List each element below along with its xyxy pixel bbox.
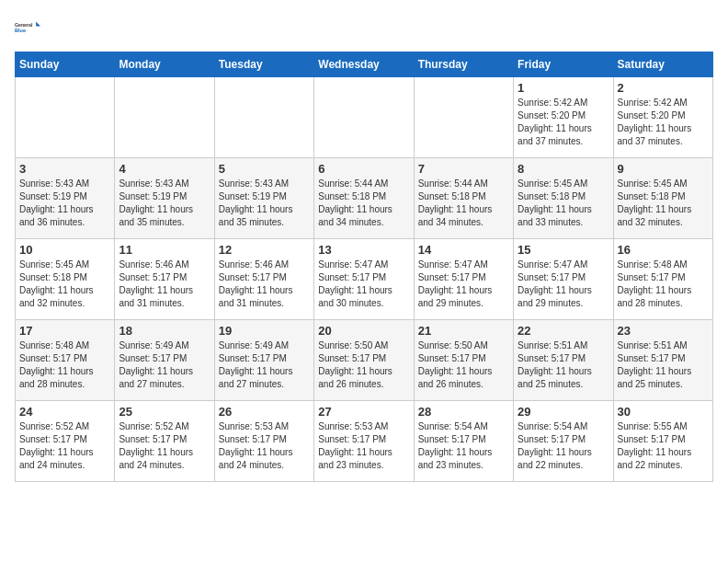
day-info: Sunrise: 5:47 AMSunset: 5:17 PMDaylight:…: [518, 259, 609, 310]
day-info: Sunrise: 5:50 AMSunset: 5:17 PMDaylight:…: [418, 339, 509, 391]
day-info: Sunrise: 5:43 AMSunset: 5:19 PMDaylight:…: [219, 178, 310, 229]
day-info: Sunrise: 5:48 AMSunset: 5:17 PMDaylight:…: [19, 339, 110, 391]
day-number: 21: [418, 324, 509, 338]
day-number: 18: [119, 324, 210, 338]
calendar-cell: 20Sunrise: 5:50 AMSunset: 5:17 PMDayligh…: [314, 320, 414, 401]
calendar-cell: 23Sunrise: 5:51 AMSunset: 5:17 PMDayligh…: [613, 320, 712, 401]
day-number: 12: [219, 243, 310, 257]
calendar-cell: 30Sunrise: 5:55 AMSunset: 5:17 PMDayligh…: [613, 401, 712, 482]
calendar-cell: 28Sunrise: 5:54 AMSunset: 5:17 PMDayligh…: [414, 401, 513, 482]
day-info: Sunrise: 5:45 AMSunset: 5:18 PMDaylight:…: [618, 178, 709, 229]
day-info: Sunrise: 5:53 AMSunset: 5:17 PMDaylight:…: [219, 420, 310, 472]
page-header: General Blue: [15, 15, 713, 40]
svg-marker-2: [36, 22, 40, 27]
calendar-cell: [414, 77, 513, 158]
day-number: 10: [19, 243, 110, 257]
day-info: Sunrise: 5:49 AMSunset: 5:17 PMDaylight:…: [219, 339, 310, 391]
day-number: 2: [618, 81, 709, 95]
day-number: 16: [618, 243, 709, 257]
day-info: Sunrise: 5:55 AMSunset: 5:17 PMDaylight:…: [618, 420, 709, 472]
weekday-header-tuesday: Tuesday: [214, 52, 313, 77]
weekday-header-sunday: Sunday: [16, 52, 115, 77]
day-number: 28: [418, 405, 509, 419]
day-number: 27: [318, 405, 409, 419]
day-number: 24: [19, 405, 110, 419]
calendar-cell: 16Sunrise: 5:48 AMSunset: 5:17 PMDayligh…: [613, 239, 712, 320]
day-number: 8: [518, 162, 609, 176]
day-info: Sunrise: 5:50 AMSunset: 5:17 PMDaylight:…: [318, 339, 409, 391]
day-info: Sunrise: 5:53 AMSunset: 5:17 PMDaylight:…: [318, 420, 409, 472]
day-number: 20: [318, 324, 409, 338]
calendar-cell: 24Sunrise: 5:52 AMSunset: 5:17 PMDayligh…: [16, 401, 115, 482]
day-info: Sunrise: 5:46 AMSunset: 5:17 PMDaylight:…: [219, 259, 310, 310]
day-number: 13: [318, 243, 409, 257]
calendar-cell: 9Sunrise: 5:45 AMSunset: 5:18 PMDaylight…: [613, 158, 712, 239]
calendar-cell: 3Sunrise: 5:43 AMSunset: 5:19 PMDaylight…: [16, 158, 115, 239]
calendar-cell: 27Sunrise: 5:53 AMSunset: 5:17 PMDayligh…: [314, 401, 414, 482]
calendar-cell: [314, 77, 414, 158]
calendar-cell: 4Sunrise: 5:43 AMSunset: 5:19 PMDaylight…: [115, 158, 214, 239]
day-info: Sunrise: 5:54 AMSunset: 5:17 PMDaylight:…: [518, 420, 609, 472]
day-info: Sunrise: 5:45 AMSunset: 5:18 PMDaylight:…: [19, 259, 110, 310]
day-number: 3: [19, 162, 110, 176]
weekday-header-thursday: Thursday: [414, 52, 513, 77]
day-number: 14: [418, 243, 509, 257]
day-info: Sunrise: 5:51 AMSunset: 5:17 PMDaylight:…: [618, 339, 709, 391]
logo: General Blue: [15, 15, 40, 40]
day-number: 7: [418, 162, 509, 176]
svg-text:Blue: Blue: [15, 28, 26, 33]
day-number: 25: [119, 405, 210, 419]
weekday-header-monday: Monday: [115, 52, 214, 77]
day-info: Sunrise: 5:52 AMSunset: 5:17 PMDaylight:…: [19, 420, 110, 472]
calendar-cell: 2Sunrise: 5:42 AMSunset: 5:20 PMDaylight…: [613, 77, 712, 158]
week-row: 17Sunrise: 5:48 AMSunset: 5:17 PMDayligh…: [16, 320, 713, 401]
day-info: Sunrise: 5:44 AMSunset: 5:18 PMDaylight:…: [318, 178, 409, 229]
calendar-cell: 26Sunrise: 5:53 AMSunset: 5:17 PMDayligh…: [214, 401, 313, 482]
day-info: Sunrise: 5:52 AMSunset: 5:17 PMDaylight:…: [119, 420, 210, 472]
calendar-cell: 1Sunrise: 5:42 AMSunset: 5:20 PMDaylight…: [514, 77, 613, 158]
day-info: Sunrise: 5:43 AMSunset: 5:19 PMDaylight:…: [119, 178, 210, 229]
week-row: 3Sunrise: 5:43 AMSunset: 5:19 PMDaylight…: [16, 158, 713, 239]
week-row: 10Sunrise: 5:45 AMSunset: 5:18 PMDayligh…: [16, 239, 713, 320]
day-number: 26: [219, 405, 310, 419]
calendar-cell: 13Sunrise: 5:47 AMSunset: 5:17 PMDayligh…: [314, 239, 414, 320]
day-info: Sunrise: 5:45 AMSunset: 5:18 PMDaylight:…: [518, 178, 609, 229]
calendar-cell: 15Sunrise: 5:47 AMSunset: 5:17 PMDayligh…: [514, 239, 613, 320]
calendar-cell: 8Sunrise: 5:45 AMSunset: 5:18 PMDaylight…: [514, 158, 613, 239]
day-number: 15: [518, 243, 609, 257]
calendar-cell: 6Sunrise: 5:44 AMSunset: 5:18 PMDaylight…: [314, 158, 414, 239]
day-number: 19: [219, 324, 310, 338]
week-row: 24Sunrise: 5:52 AMSunset: 5:17 PMDayligh…: [16, 401, 713, 482]
day-info: Sunrise: 5:46 AMSunset: 5:17 PMDaylight:…: [119, 259, 210, 310]
day-number: 30: [618, 405, 709, 419]
calendar-cell: 10Sunrise: 5:45 AMSunset: 5:18 PMDayligh…: [16, 239, 115, 320]
weekday-header-friday: Friday: [514, 52, 613, 77]
week-row: 1Sunrise: 5:42 AMSunset: 5:20 PMDaylight…: [16, 77, 713, 158]
weekday-header-saturday: Saturday: [613, 52, 712, 77]
svg-text:General: General: [15, 22, 33, 28]
logo-icon: General Blue: [15, 15, 40, 40]
day-number: 29: [518, 405, 609, 419]
calendar-cell: 18Sunrise: 5:49 AMSunset: 5:17 PMDayligh…: [115, 320, 214, 401]
calendar-cell: 11Sunrise: 5:46 AMSunset: 5:17 PMDayligh…: [115, 239, 214, 320]
calendar-cell: 21Sunrise: 5:50 AMSunset: 5:17 PMDayligh…: [414, 320, 513, 401]
calendar-cell: 7Sunrise: 5:44 AMSunset: 5:18 PMDaylight…: [414, 158, 513, 239]
calendar-cell: 17Sunrise: 5:48 AMSunset: 5:17 PMDayligh…: [16, 320, 115, 401]
calendar-cell: [214, 77, 313, 158]
day-number: 17: [19, 324, 110, 338]
day-number: 22: [518, 324, 609, 338]
day-number: 9: [618, 162, 709, 176]
day-info: Sunrise: 5:47 AMSunset: 5:17 PMDaylight:…: [418, 259, 509, 310]
calendar-cell: [115, 77, 214, 158]
day-info: Sunrise: 5:44 AMSunset: 5:18 PMDaylight:…: [418, 178, 509, 229]
day-info: Sunrise: 5:42 AMSunset: 5:20 PMDaylight:…: [518, 97, 609, 148]
day-number: 5: [219, 162, 310, 176]
calendar-cell: 19Sunrise: 5:49 AMSunset: 5:17 PMDayligh…: [214, 320, 313, 401]
day-number: 11: [119, 243, 210, 257]
day-info: Sunrise: 5:43 AMSunset: 5:19 PMDaylight:…: [19, 178, 110, 229]
day-info: Sunrise: 5:51 AMSunset: 5:17 PMDaylight:…: [518, 339, 609, 391]
calendar-table: SundayMondayTuesdayWednesdayThursdayFrid…: [15, 52, 713, 482]
calendar-cell: 29Sunrise: 5:54 AMSunset: 5:17 PMDayligh…: [514, 401, 613, 482]
day-number: 4: [119, 162, 210, 176]
calendar-cell: 22Sunrise: 5:51 AMSunset: 5:17 PMDayligh…: [514, 320, 613, 401]
